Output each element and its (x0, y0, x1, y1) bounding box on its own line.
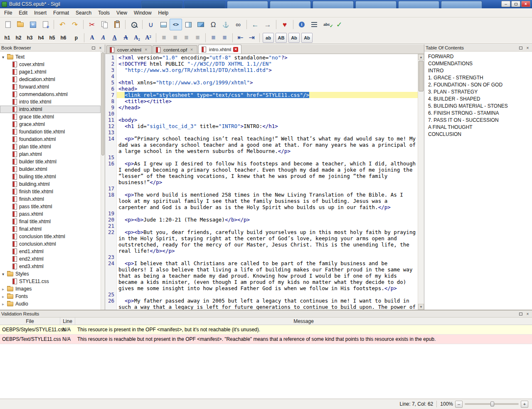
background-window-tab[interactable] (141, 1, 182, 8)
code-text[interactable]: <link rel="stylesheet" type="text/css" h… (117, 92, 418, 98)
menu-format[interactable]: Format (50, 9, 72, 17)
file-conclusion-xhtml[interactable]: conclusion.xhtml (0, 240, 101, 248)
toc-item-4-builder-shaped[interactable]: 4. BUILDER - SHAPED (424, 96, 532, 103)
float-panel-icon[interactable] (517, 45, 524, 51)
file-builing-title-xhtml[interactable]: builing title.xhtml (0, 173, 101, 180)
column-message[interactable]: Message (75, 318, 532, 325)
bold-button[interactable]: A (86, 33, 98, 43)
folder-fonts[interactable]: ▸Fonts (0, 293, 101, 300)
split-at-cursor-button[interactable] (182, 19, 195, 30)
align-justify-button[interactable]: ≡ (192, 33, 203, 43)
back-button[interactable]: ← (249, 19, 261, 30)
code-text[interactable]: <p>I believe that all Christians are cal… (117, 260, 418, 291)
background-window-tab[interactable] (355, 1, 397, 8)
scrollbar-thumb[interactable] (101, 52, 104, 155)
file-foundation-title-xhtml[interactable]: foundation title.xhtml (0, 128, 101, 136)
folder-images[interactable]: ▸Images (0, 285, 101, 293)
file-finish-title-xhtml[interactable]: finish title.xhtml (0, 188, 101, 195)
background-window-tab[interactable] (441, 1, 482, 8)
file-commendations-xhtml[interactable]: commendations.xhtml (0, 91, 101, 98)
file-intro-title-xhtml[interactable]: intro title.xhtml (0, 98, 101, 106)
zoom-slider[interactable] (465, 403, 519, 405)
file-style11-css[interactable]: STYLE11.css (0, 278, 101, 285)
code-text[interactable]: <p>“Primary school teaching isn’t real t… (117, 136, 418, 154)
toc-item-3-plan-strategy[interactable]: 3. PLAN - STRATEGY (424, 89, 532, 96)
heading-h2-button[interactable]: h2 (13, 33, 24, 43)
maximize-button[interactable] (511, 1, 520, 7)
menu-search[interactable]: Search (72, 9, 95, 17)
find-replace-button[interactable] (128, 19, 140, 30)
code-text[interactable] (117, 223, 418, 229)
validation-row[interactable]: OEBPS/Text/STYLE11.cssN/AThis resource i… (0, 335, 532, 344)
toc-item-5-building-material-stones[interactable]: 5. BUILDING MATERIAL - STONES (424, 103, 532, 110)
cut-button[interactable]: ✂ (86, 19, 98, 30)
code-text[interactable] (117, 111, 418, 117)
zoom-out-button[interactable]: – (455, 401, 463, 408)
toc-editor-button[interactable] (308, 19, 320, 30)
special-character-button[interactable]: Ω (207, 19, 219, 30)
save-button[interactable] (39, 19, 52, 30)
book-view-button[interactable]: ∪ (145, 19, 157, 30)
metadata-editor-button[interactable]: i (296, 19, 308, 30)
code-text[interactable] (117, 185, 418, 192)
italic-button[interactable]: A (98, 33, 109, 43)
background-window-tab[interactable] (398, 1, 439, 8)
new-file-button[interactable] (2, 19, 14, 30)
insert-id-button[interactable]: ⚓ (219, 19, 232, 30)
menu-view[interactable]: View (113, 9, 131, 17)
add-existing-file-button[interactable]: + (27, 19, 39, 30)
file-pass-xhtml[interactable]: pass.xhtml (0, 210, 101, 218)
toc-item-conclusion[interactable]: CONCLUSION (424, 131, 532, 138)
code-text[interactable] (117, 73, 418, 79)
toc-item-intro[interactable]: INTRO (424, 67, 532, 74)
expand-arrow-icon[interactable]: ▸ (2, 294, 7, 299)
heading-h6-button[interactable]: h6 (58, 33, 69, 43)
code-text[interactable]: <p><b>Jude 1:20-21 (The Message)</b></p> (117, 217, 418, 223)
file-page1-xhtml[interactable]: page1.xhtml (0, 68, 101, 76)
code-text[interactable]: <h1 id="sigil_toc_id_3" title="INTRO">IN… (117, 123, 418, 129)
expand-arrow-icon[interactable]: ▾ (2, 55, 7, 59)
file-cover-xhtml[interactable]: cover.xhtml (0, 61, 101, 68)
underline-button[interactable]: A (109, 33, 120, 43)
file-final-title-xhtml[interactable]: final title.xhtml (0, 218, 101, 225)
code-text[interactable] (117, 291, 418, 298)
code-text[interactable] (117, 210, 418, 217)
code-text[interactable] (117, 129, 418, 136)
validation-row[interactable]: OEBPS/Styles/STYLE11.cssN/AThis resource… (0, 325, 532, 335)
code-text[interactable]: <title></title> (117, 98, 418, 104)
folder-styles[interactable]: ▾Styles (0, 270, 101, 278)
heading-p-button[interactable]: p (71, 33, 82, 43)
file-finish-xhtml[interactable]: finish.xhtml (0, 195, 101, 203)
code-text[interactable]: <p><b>But you, dear friends, carefully b… (117, 229, 418, 254)
open-file-button[interactable] (14, 19, 27, 30)
editor-tab-intro-xhtml[interactable]: intro.xhtml× (198, 44, 241, 54)
align-right-button[interactable]: ≡ (181, 33, 192, 43)
file-end1-xhtml[interactable]: end1.xhtml (0, 248, 101, 255)
zoom-slider-thumb[interactable] (490, 402, 494, 407)
heading-h5-button[interactable]: h5 (47, 33, 58, 43)
insert-link-button[interactable]: ∞ (232, 19, 244, 30)
file-grace-title-xhtml[interactable]: grace title.xhtml (0, 113, 101, 121)
background-window-tab[interactable] (184, 1, 225, 8)
background-window-tab[interactable] (227, 1, 268, 8)
editor-tab-content-opf[interactable]: content.opf× (153, 45, 197, 54)
file-dedication-xhtml[interactable]: dedication.xhtml (0, 76, 101, 83)
toc-item-forward[interactable]: FORWARD (424, 53, 532, 60)
code-text[interactable]: <p>My father passed away in 2005 but lef… (117, 298, 418, 310)
expand-arrow-icon[interactable]: ▸ (2, 302, 7, 306)
file-foundation-xhtml[interactable]: foundation.xhtml (0, 136, 101, 143)
scrollbar-thumb[interactable] (419, 61, 424, 91)
subscript-button[interactable]: A₂ (131, 33, 143, 43)
redo-button[interactable]: ↷ (69, 19, 81, 30)
close-button[interactable]: × (521, 1, 530, 7)
forward-button[interactable]: → (261, 19, 274, 30)
file-end3-xhtml[interactable]: end3.xhtml (0, 263, 101, 270)
insert-image-button[interactable] (195, 19, 207, 30)
menu-tools[interactable]: Tools (95, 9, 113, 17)
menu-edit[interactable]: Edit (15, 9, 31, 17)
zoom-in-button[interactable]: + (521, 401, 528, 408)
close-panel-icon[interactable]: × (525, 311, 531, 317)
uppercase-button[interactable]: AB (276, 33, 287, 43)
scroll-down-icon[interactable]: ▼ (418, 304, 424, 310)
file-building-xhtml[interactable]: building.xhtml (0, 180, 101, 188)
